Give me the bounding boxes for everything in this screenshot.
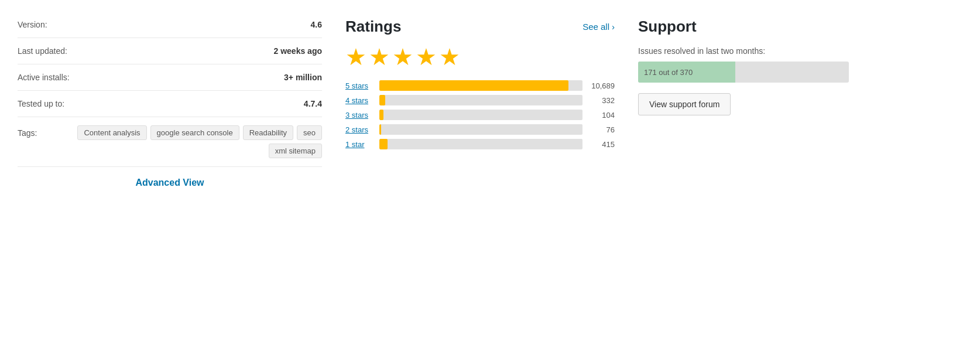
version-row: Version: 4.6 <box>18 12 322 38</box>
rating-bar-fill <box>379 95 385 105</box>
active-installs-label: Active installs: <box>18 73 70 82</box>
ratings-title: Ratings <box>345 18 401 36</box>
star-icon: ★ <box>369 45 390 69</box>
tested-up-to-label: Tested up to: <box>18 99 64 108</box>
rating-bar-row: 2 stars76 <box>345 124 615 135</box>
active-installs-value: 3+ million <box>284 73 322 82</box>
rating-bar-track <box>379 139 582 149</box>
advanced-view-row: Advanced View <box>18 167 322 199</box>
rating-bar-fill <box>379 110 383 120</box>
rating-bar-row: 1 star415 <box>345 139 615 149</box>
star-icon: ★ <box>416 45 437 69</box>
advanced-view-link[interactable]: Advanced View <box>135 178 204 187</box>
rating-bar-track <box>379 95 582 105</box>
ratings-column: Ratings See all › ★★★★★ 5 stars10,6894 s… <box>345 12 615 199</box>
active-installs-row: Active installs: 3+ million <box>18 64 322 91</box>
rating-bar-label[interactable]: 3 stars <box>345 111 374 120</box>
see-all-link[interactable]: See all › <box>582 22 615 32</box>
see-all-label: See all <box>582 22 609 32</box>
rating-bar-fill <box>379 80 568 91</box>
last-updated-label: Last updated: <box>18 46 67 56</box>
rating-bar-label[interactable]: 2 stars <box>345 125 374 134</box>
rating-bar-count: 415 <box>588 140 615 149</box>
rating-bar-fill <box>379 139 388 149</box>
tags-container: Content analysisgoogle search consoleRea… <box>59 125 322 158</box>
rating-bar-count: 76 <box>588 125 615 134</box>
view-support-forum-button[interactable]: View support forum <box>638 93 731 115</box>
support-resolved-label: Issues resolved in last two months: <box>638 46 962 56</box>
rating-bar-row: 3 stars104 <box>345 110 615 120</box>
rating-bar-track <box>379 110 582 120</box>
last-updated-row: Last updated: 2 weeks ago <box>18 38 322 64</box>
rating-bar-fill <box>379 124 381 135</box>
stars-row: ★★★★★ <box>345 45 615 69</box>
star-icon: ★ <box>439 45 460 69</box>
rating-bar-row: 5 stars10,689 <box>345 80 615 91</box>
version-value: 4.6 <box>311 20 322 29</box>
rating-bar-track <box>379 80 582 91</box>
rating-bar-count: 104 <box>588 111 615 120</box>
tag-item[interactable]: seo <box>297 125 322 140</box>
tags-row: Tags: Content analysisgoogle search cons… <box>18 117 322 167</box>
rating-bar-row: 4 stars332 <box>345 95 615 105</box>
tags-label: Tags: <box>18 125 53 138</box>
rating-bar-count: 332 <box>588 96 615 105</box>
star-icon: ★ <box>392 45 413 69</box>
tag-item[interactable]: Readability <box>243 125 293 140</box>
rating-bar-label[interactable]: 5 stars <box>345 81 374 90</box>
rating-bar-track <box>379 124 582 135</box>
resolved-bar-track: 171 out of 370 <box>638 62 849 83</box>
tested-up-to-value: 4.7.4 <box>304 99 322 108</box>
rating-bar-label[interactable]: 4 stars <box>345 96 374 105</box>
chevron-icon: › <box>612 22 615 32</box>
support-title: Support <box>638 18 962 36</box>
rating-bar-label[interactable]: 1 star <box>345 140 374 149</box>
tag-item[interactable]: Content analysis <box>77 125 146 140</box>
ratings-header: Ratings See all › <box>345 18 615 36</box>
resolved-bar-text: 171 out of 370 <box>644 68 693 77</box>
rating-bar-count: 10,689 <box>588 81 615 90</box>
last-updated-value: 2 weeks ago <box>274 46 323 56</box>
tag-item[interactable]: xml sitemap <box>269 144 322 158</box>
star-icon: ★ <box>345 45 366 69</box>
rating-bars: 5 stars10,6894 stars3323 stars1042 stars… <box>345 80 615 149</box>
tested-up-to-row: Tested up to: 4.7.4 <box>18 91 322 117</box>
tag-item[interactable]: google search console <box>150 125 239 140</box>
left-column: Version: 4.6 Last updated: 2 weeks ago A… <box>18 12 322 199</box>
page-container: Version: 4.6 Last updated: 2 weeks ago A… <box>0 0 980 210</box>
support-column: Support Issues resolved in last two mont… <box>638 12 962 199</box>
version-label: Version: <box>18 20 47 29</box>
